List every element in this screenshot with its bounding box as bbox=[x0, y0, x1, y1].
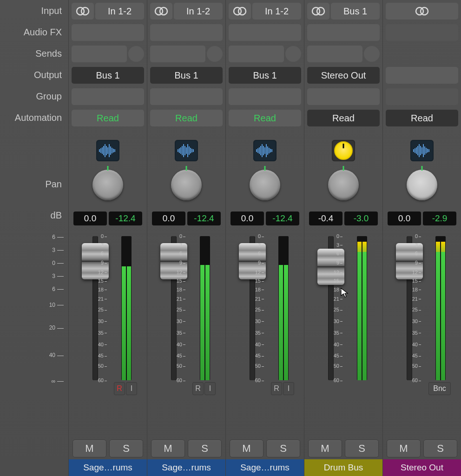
fader-track[interactable] bbox=[328, 236, 334, 380]
solo-button[interactable]: S bbox=[345, 440, 379, 457]
track-icon-button[interactable] bbox=[253, 140, 277, 161]
meter-scale-tick: 3 bbox=[101, 242, 107, 248]
group-slot[interactable] bbox=[72, 88, 144, 105]
fader-value-readout[interactable]: 0.0 bbox=[73, 212, 107, 225]
pan-knob[interactable] bbox=[407, 170, 437, 200]
send-level-knob[interactable] bbox=[128, 46, 144, 62]
input-monitor-button[interactable]: I bbox=[126, 382, 137, 395]
output-select[interactable]: Stereo Out bbox=[307, 67, 380, 84]
send-bar[interactable] bbox=[307, 46, 362, 62]
meter-value-readout[interactable]: -2.9 bbox=[423, 212, 456, 225]
group-slot[interactable] bbox=[307, 88, 380, 105]
fader-value-readout[interactable]: 0.0 bbox=[230, 212, 264, 225]
input-stereo-button[interactable] bbox=[72, 3, 94, 20]
send-level-knob[interactable] bbox=[285, 46, 301, 62]
meter-value-readout[interactable]: -3.0 bbox=[344, 212, 378, 225]
fader-track[interactable] bbox=[92, 236, 98, 380]
automation-label: Read bbox=[411, 113, 433, 124]
audio-fx-slot[interactable] bbox=[386, 24, 458, 41]
output-select[interactable]: Bus 1 bbox=[72, 67, 144, 84]
fader-value-readout[interactable]: -0.4 bbox=[309, 212, 342, 225]
send-level-knob[interactable] bbox=[207, 46, 223, 62]
automation-mode-select[interactable]: Read bbox=[72, 110, 144, 126]
send-bar[interactable] bbox=[72, 46, 127, 62]
input-stereo-button[interactable] bbox=[307, 3, 329, 20]
solo-button[interactable]: S bbox=[188, 440, 222, 457]
track-icon-button[interactable] bbox=[410, 140, 434, 161]
meter-scale-tick: 9 bbox=[415, 260, 421, 265]
input-select[interactable]: Bus 1 bbox=[331, 3, 380, 20]
solo-button[interactable]: S bbox=[109, 440, 143, 457]
group-slot[interactable] bbox=[150, 88, 223, 105]
fader-track[interactable] bbox=[250, 236, 255, 380]
track-name[interactable]: Sage…rums bbox=[69, 459, 147, 476]
input-select[interactable]: In 1-2 bbox=[174, 3, 223, 20]
mute-button[interactable]: M bbox=[308, 440, 342, 457]
bounce-button[interactable]: Bnc bbox=[428, 382, 451, 395]
fader-track[interactable] bbox=[407, 236, 412, 380]
pan-knob[interactable] bbox=[250, 170, 280, 200]
input-select[interactable]: In 1-2 bbox=[252, 3, 301, 20]
track-icon-button[interactable] bbox=[96, 140, 119, 161]
automation-mode-select[interactable]: Read bbox=[150, 110, 223, 126]
meter-value-readout[interactable]: -12.4 bbox=[266, 212, 299, 225]
meter-scale-tick: 6 bbox=[101, 251, 107, 256]
group-slot[interactable] bbox=[386, 88, 458, 105]
audio-fx-slot[interactable] bbox=[229, 24, 301, 41]
meter-scale-tick: 0 bbox=[101, 233, 107, 239]
input-select[interactable]: In 1-2 bbox=[95, 3, 144, 20]
fader-value-readout[interactable]: 0.0 bbox=[152, 212, 185, 225]
automation-label: Read bbox=[175, 113, 198, 124]
pan-knob[interactable] bbox=[92, 170, 123, 200]
svg-rect-48 bbox=[416, 147, 417, 154]
meter-scale-tick: 40 bbox=[255, 342, 264, 347]
fader-value-readout[interactable]: 0.0 bbox=[388, 212, 421, 225]
record-enable-button[interactable]: R bbox=[114, 382, 125, 395]
audio-fx-slot[interactable] bbox=[72, 24, 144, 41]
send-bar[interactable] bbox=[150, 46, 205, 62]
mute-button[interactable]: M bbox=[72, 440, 106, 457]
track-icon-button[interactable] bbox=[332, 140, 355, 161]
track-name[interactable]: Sage…rums bbox=[226, 459, 304, 476]
group-slot[interactable] bbox=[229, 88, 301, 105]
track-name[interactable]: Drum Bus bbox=[304, 459, 382, 476]
automation-mode-select[interactable]: Read bbox=[307, 110, 380, 126]
output-select[interactable]: Bus 1 bbox=[229, 67, 301, 84]
record-enable-button[interactable]: R bbox=[271, 382, 282, 395]
input-stereo-button[interactable] bbox=[386, 3, 458, 20]
track-icon-button[interactable] bbox=[175, 140, 198, 161]
output-select[interactable]: Bus 1 bbox=[150, 67, 223, 84]
solo-button[interactable]: S bbox=[423, 440, 457, 457]
output-select[interactable] bbox=[386, 67, 458, 84]
track-name[interactable]: Sage…rums bbox=[147, 459, 225, 476]
mute-button[interactable]: M bbox=[151, 440, 185, 457]
automation-mode-select[interactable]: Read bbox=[229, 110, 301, 126]
record-enable-button[interactable]: R bbox=[192, 382, 204, 395]
mute-button[interactable]: M bbox=[230, 440, 263, 457]
send-level-knob[interactable] bbox=[364, 46, 380, 62]
pan-knob[interactable] bbox=[171, 170, 202, 200]
meter-value-readout[interactable]: -12.4 bbox=[187, 212, 221, 225]
automation-mode-select[interactable]: Read bbox=[386, 110, 458, 126]
input-stereo-button[interactable] bbox=[229, 3, 251, 20]
mute-button[interactable]: M bbox=[387, 440, 421, 457]
svg-rect-13 bbox=[114, 149, 115, 152]
input-stereo-button[interactable] bbox=[150, 3, 172, 20]
meter-scale-tick: 21 bbox=[334, 296, 342, 302]
send-bar[interactable] bbox=[229, 46, 284, 62]
knob-icon bbox=[334, 141, 353, 160]
input-monitor-button[interactable]: I bbox=[283, 382, 294, 395]
solo-button[interactable]: S bbox=[266, 440, 300, 457]
fader-track[interactable] bbox=[171, 236, 177, 380]
input-monitor-button[interactable]: I bbox=[204, 382, 216, 395]
fader-scale-tick: 3 bbox=[52, 273, 64, 279]
meter-value-readout[interactable]: -12.4 bbox=[109, 212, 142, 225]
audio-fx-slot[interactable] bbox=[150, 24, 223, 41]
pan-knob[interactable] bbox=[328, 170, 359, 200]
meter-scale-tick: 18 bbox=[177, 287, 185, 292]
audio-fx-slot[interactable] bbox=[307, 24, 380, 41]
meter-scale-tick: 18 bbox=[334, 287, 342, 292]
track-name[interactable]: Stereo Out bbox=[383, 459, 461, 476]
meter-scale-tick: 0 bbox=[179, 233, 185, 239]
svg-rect-9 bbox=[109, 144, 110, 157]
